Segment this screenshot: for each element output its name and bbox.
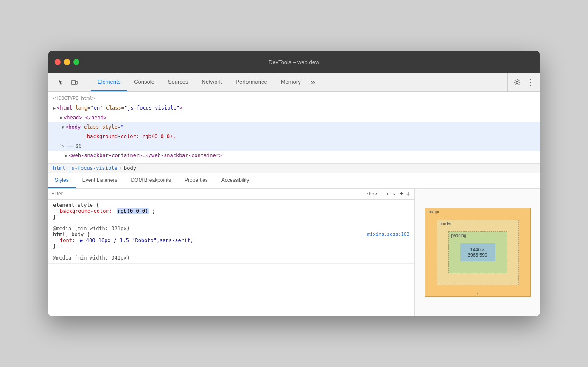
traffic-lights: [55, 59, 79, 65]
dom-line-snackbar[interactable]: ▶ <web-snackbar-container> … </web-snack…: [48, 151, 540, 160]
maximize-button[interactable]: [73, 59, 79, 65]
margin-right-value: -: [526, 250, 528, 254]
tab-styles[interactable]: Styles: [48, 173, 76, 188]
styles-tab-bar: Styles Event Listeners DOM Breakpoints P…: [48, 173, 540, 189]
css-rule-close: }: [53, 214, 409, 220]
window-title: DevTools – web.dev/: [269, 59, 319, 65]
tab-accessibility[interactable]: Accessibility: [215, 173, 256, 188]
expand-head-icon[interactable]: ▶: [60, 114, 62, 121]
margin-bottom-value: -: [477, 291, 478, 295]
filter-input[interactable]: [51, 191, 362, 197]
tab-event-listeners[interactable]: Event Listeners: [76, 173, 124, 188]
tab-performance[interactable]: Performance: [229, 73, 274, 91]
title-bar: DevTools – web.dev/: [48, 51, 540, 73]
dom-line-html[interactable]: ▶ <html lang = "en" class = "js-focus-vi…: [48, 103, 540, 113]
tab-divider: [89, 76, 89, 88]
add-style-button[interactable]: +: [400, 190, 403, 197]
settings-icon[interactable]: [511, 76, 523, 88]
cls-button[interactable]: .cls: [381, 190, 398, 198]
tab-sources[interactable]: Sources: [161, 73, 195, 91]
css-rules-panel: element.style { background-color: rgb(0 …: [48, 200, 414, 316]
breadcrumb-html[interactable]: html.js-focus-visible: [53, 165, 118, 171]
dom-line-doctype[interactable]: <!DOCTYPE html>: [48, 94, 540, 103]
dom-panel: <!DOCTYPE html> ▶ <html lang = "en" clas…: [48, 92, 540, 163]
box-model: margin - border - paddin: [425, 208, 531, 297]
filter-bar: :hov .cls +: [48, 189, 414, 200]
tab-dom-breakpoints[interactable]: DOM Breakpoints: [124, 173, 178, 188]
more-options-icon[interactable]: ⋮: [525, 76, 537, 88]
breadcrumb: html.js-focus-visible › body: [48, 164, 540, 173]
border-label: border: [440, 221, 452, 226]
margin-left-value: -: [427, 250, 428, 254]
expand-html-icon[interactable]: ▶: [53, 104, 56, 112]
device-icon[interactable]: [68, 76, 80, 88]
dom-line-body-style[interactable]: background-color: rgb(0 0 0);: [48, 132, 540, 141]
tab-console[interactable]: Console: [127, 73, 161, 91]
css-rule-element-style: element.style { background-color: rgb(0 …: [48, 200, 414, 223]
svg-rect-1: [76, 81, 77, 84]
inspect-icon[interactable]: [55, 76, 67, 88]
css-rule-close-2: }: [53, 243, 409, 249]
padding-label: padding: [451, 233, 467, 238]
css-panel: :hov .cls + element.style {: [48, 189, 415, 316]
tab-network[interactable]: Network: [195, 73, 229, 91]
tab-properties[interactable]: Properties: [178, 173, 215, 188]
dom-line-body[interactable]: ··· ▼ <body class style = ": [48, 122, 540, 132]
css-selector-html-body[interactable]: html, body { mixins.scss:163: [53, 231, 409, 237]
tab-elements[interactable]: Elements: [91, 73, 127, 91]
dom-line-body-close[interactable]: "> == $0: [48, 141, 540, 151]
filter-scroll-icon: [405, 191, 411, 197]
svg-point-2: [516, 81, 518, 83]
box-dimensions: 1440 × 3963.590: [460, 247, 495, 257]
hov-button[interactable]: :hov: [364, 190, 380, 198]
styles-content: :hov .cls + element.style {: [48, 189, 540, 316]
dom-line-head[interactable]: ▶ <head> … </head>: [48, 113, 540, 122]
svg-rect-0: [72, 80, 75, 85]
expand-snackbar-icon[interactable]: ▶: [65, 152, 67, 159]
devtools-window: DevTools – web.dev/ Elements Console: [48, 51, 540, 316]
css-source-link[interactable]: mixins.scss:163: [367, 231, 409, 237]
css-rule-media-html-body: @media (min-width: 321px) html, body { m…: [48, 223, 414, 252]
tab-memory[interactable]: Memory: [274, 73, 308, 91]
more-tabs-icon[interactable]: »: [308, 73, 319, 91]
minimize-button[interactable]: [64, 59, 70, 65]
padding-top-value: -: [502, 233, 504, 238]
box-content: 1440 × 3963.590: [460, 243, 495, 261]
css-at-rule-media[interactable]: @media (min-width: 321px): [53, 226, 409, 231]
css-rule-media-341: @media (min-width: 341px): [48, 252, 414, 264]
margin-label: margin: [428, 209, 441, 214]
css-prop-font[interactable]: font: ▶ 400 16px / 1.5 "Roboto",sans-ser…: [53, 237, 409, 243]
toolbar-icons: [51, 73, 84, 91]
close-button[interactable]: [55, 59, 61, 65]
box-model-panel: margin - border - paddin: [415, 189, 540, 316]
css-prop-background-color[interactable]: background-color: rgb(0 0 0) ;: [53, 208, 409, 214]
breadcrumb-body[interactable]: body: [124, 165, 136, 171]
main-content: <!DOCTYPE html> ▶ <html lang = "en" clas…: [48, 92, 540, 316]
css-at-rule-media-341[interactable]: @media (min-width: 341px): [53, 255, 409, 261]
expand-body-icon[interactable]: ▼: [62, 124, 64, 131]
css-selector-element-style[interactable]: element.style {: [53, 202, 409, 208]
toolbar-right: ⋮: [507, 73, 537, 91]
tab-bar: Elements Console Sources Network Perform…: [48, 73, 540, 92]
margin-top-value: -: [526, 209, 527, 214]
border-top-value: -: [514, 221, 515, 226]
